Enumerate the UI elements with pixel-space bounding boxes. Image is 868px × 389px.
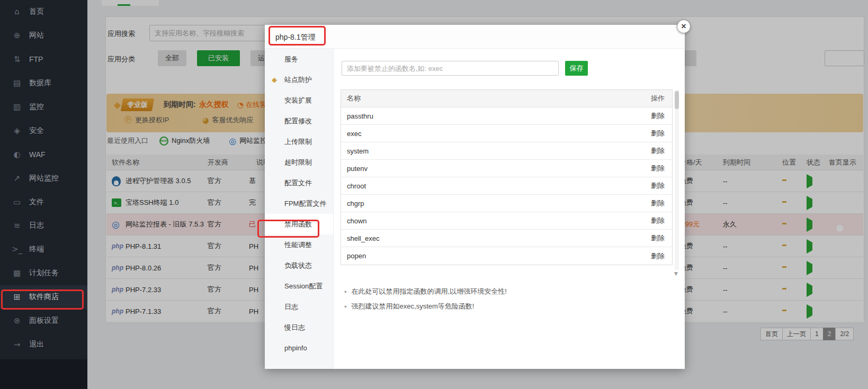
modal-title: php-8.1管理 [275, 33, 315, 42]
name-column-header: 名称 [347, 94, 361, 103]
modal-menu-item[interactable]: 配置修改 [265, 111, 333, 131]
function-row: shell_exec删除 [341, 230, 672, 247]
delete-link[interactable]: 删除 [651, 216, 665, 225]
note-line: • 在此处可以禁用指定函数的调用,以增强环境安全性! [344, 287, 507, 296]
modal-menu-item[interactable]: 超时限制 [265, 152, 333, 173]
modal-menu-item[interactable]: ◆站点防护 [265, 69, 333, 90]
delete-link[interactable]: 删除 [651, 233, 665, 243]
scrollbar-thumb[interactable] [675, 91, 679, 109]
php-manage-modal: php-8.1管理 × 服务◆站点防护安装扩展配置修改上传限制超时限制配置文件F… [265, 25, 685, 369]
function-row: exec删除 [341, 125, 672, 142]
delete-link[interactable]: 删除 [651, 111, 665, 121]
table-scrollbar[interactable]: ▼ [675, 90, 679, 270]
modal-menu-item[interactable]: 性能调整 [265, 234, 333, 255]
functions-table-header: 名称操作 [341, 90, 672, 107]
delete-link[interactable]: 删除 [651, 198, 665, 208]
modal-menu-label: 慢日志 [284, 323, 305, 332]
function-row: chown删除 [341, 212, 672, 230]
modal-menu-item[interactable]: 负载状态 [265, 255, 333, 276]
modal-menu-label: 负载状态 [284, 261, 312, 270]
modal-menu-label: phpinfo [284, 344, 307, 352]
function-row: chgrp删除 [341, 195, 672, 212]
scrollbar-down-arrow[interactable]: ▼ [674, 271, 678, 276]
modal-menu-item[interactable]: Session配置 [265, 276, 333, 296]
function-name: putenv [347, 165, 368, 173]
function-name: chroot [347, 182, 366, 190]
function-row: chroot删除 [341, 177, 672, 195]
close-icon[interactable]: × [677, 20, 691, 33]
function-name: popen [347, 252, 366, 260]
modal-menu-item[interactable]: 禁用函数 [265, 214, 333, 234]
modal-menu-label: 日志 [284, 302, 298, 312]
delete-link[interactable]: 删除 [651, 129, 665, 138]
modal-menu-item[interactable]: 配置文件 [265, 173, 333, 193]
modal-menu-label: 安装扩展 [284, 96, 312, 105]
modal-header [265, 25, 685, 49]
disable-function-input[interactable] [342, 61, 559, 76]
delete-link[interactable]: 删除 [651, 164, 665, 173]
delete-link[interactable]: 删除 [651, 146, 665, 156]
modal-menu-label: FPM配置文件 [284, 199, 326, 209]
modal-menu-label: 上传限制 [284, 137, 312, 147]
modal-menu-label: 站点防护 [284, 75, 312, 85]
modal-menu-label: 服务 [284, 55, 298, 64]
function-name: chown [347, 217, 367, 225]
bullet-icon: • [344, 288, 347, 296]
modal-menu-label: 超时限制 [284, 158, 312, 167]
delete-link[interactable]: 删除 [651, 181, 665, 191]
modal-menu-label: 禁用函数 [284, 220, 312, 229]
delete-link[interactable]: 删除 [651, 251, 665, 261]
function-name: passthru [347, 112, 373, 120]
function-row: system删除 [341, 142, 672, 160]
function-name: exec [347, 130, 361, 138]
function-row: popen删除 [341, 247, 672, 265]
modal-menu-item[interactable]: 上传限制 [265, 131, 333, 152]
function-name: shell_exec [347, 234, 379, 242]
modal-menu-item[interactable]: phpinfo [265, 338, 333, 358]
modal-menu: 服务◆站点防护安装扩展配置修改上传限制超时限制配置文件FPM配置文件禁用函数性能… [265, 49, 334, 369]
screen: ⌂首页⊕网站⇅FTP▤数据库▥监控◈安全◐WAF↗网站监控▭文件≡日志>_终端▦… [0, 0, 868, 389]
function-name: system [347, 147, 369, 155]
modal-menu-item[interactable]: FPM配置文件 [265, 193, 333, 214]
modal-menu-label: 配置文件 [284, 178, 312, 188]
modal-menu-item[interactable]: 日志 [265, 296, 333, 317]
disabled-functions-table: 名称操作passthru删除exec删除system删除putenv删除chro… [341, 89, 673, 265]
function-row: putenv删除 [341, 160, 672, 177]
action-column-header: 操作 [651, 94, 665, 103]
vip-diamond-icon: ◆ [272, 76, 277, 84]
modal-menu-item[interactable]: 安装扩展 [265, 90, 333, 111]
modal-menu-item[interactable]: 服务 [265, 49, 333, 69]
function-name: chgrp [347, 200, 364, 207]
modal-menu-label: 配置修改 [284, 116, 312, 126]
modal-menu-label: Session配置 [284, 282, 323, 291]
bullet-icon: • [344, 303, 347, 311]
save-button[interactable]: 保存 [565, 61, 588, 76]
note-line: • 强烈建议禁用如exec,system等危险函数! [344, 302, 474, 311]
modal-menu-label: 性能调整 [284, 240, 312, 250]
modal-menu-item[interactable]: 慢日志 [265, 317, 333, 338]
function-row: passthru删除 [341, 107, 672, 125]
